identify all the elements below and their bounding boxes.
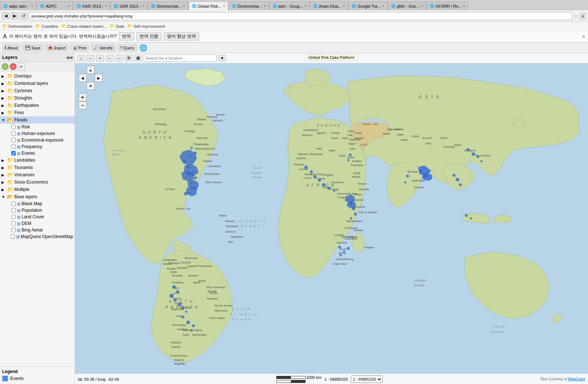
tab-close-2[interactable]: × xyxy=(68,4,70,8)
checkbox-base-dem[interactable] xyxy=(11,221,16,226)
edit-layer-button[interactable]: ✏ xyxy=(18,63,25,70)
layer-multiple[interactable]: ▶ 📁 Multiple xyxy=(0,186,75,193)
expand-multiple-icon[interactable]: ▶ xyxy=(1,188,6,192)
location-search-button[interactable]: ▼ xyxy=(218,55,226,61)
layer-base-bing[interactable]: ▦ Bing Aerial xyxy=(0,227,75,233)
pan-north-button[interactable]: ▲ xyxy=(87,66,95,74)
checkbox-floods-frequency[interactable] xyxy=(11,144,16,149)
tab-close-12[interactable]: × xyxy=(463,4,465,8)
tab-desinventar[interactable]: 🌐 DesInventar... × xyxy=(148,1,189,10)
back-button[interactable]: ◀ xyxy=(2,12,10,19)
save-button[interactable]: 💾 Save xyxy=(23,44,43,51)
bookmark-coastline[interactable]: 📁 Coastline xyxy=(35,24,58,29)
globe-icon[interactable]: 🌐 xyxy=(139,44,147,52)
layer-base-blank[interactable]: ▦ Blank Map xyxy=(0,200,75,207)
layer-floods-human[interactable]: ▦ Human exposure xyxy=(0,130,75,137)
tab-adpc2[interactable]: 🌐 ADPC × xyxy=(37,1,73,10)
tab-gar1[interactable]: 🌐 GAR 2013 - × xyxy=(73,1,110,10)
tab-close-9[interactable]: × xyxy=(343,4,345,8)
layer-base-population[interactable]: ▦ Population xyxy=(0,207,75,214)
expand-earthquakes-icon[interactable]: ▶ xyxy=(1,103,6,108)
next-extent-button[interactable]: → xyxy=(115,55,123,61)
tab-close-3[interactable]: × xyxy=(105,4,107,8)
pan-west-button[interactable]: ◀ xyxy=(79,74,87,82)
bookmark-data[interactable]: 📁 Data xyxy=(110,24,124,29)
bookmark-star-icon[interactable]: ☆ xyxy=(574,13,578,19)
layer-base-layers[interactable]: ▼ 📂 Base layers xyxy=(0,193,75,200)
forward-button[interactable]: ▶ xyxy=(11,12,18,19)
translate-never-button[interactable]: 영어 향상 번역 xyxy=(164,32,199,41)
tab-google-trans[interactable]: 🌐 Google Tra... × xyxy=(348,1,387,10)
expand-base-icon[interactable]: ▼ xyxy=(1,195,6,199)
tab-adrc[interactable]: 🌐 adrc - Goog... × xyxy=(269,1,310,10)
expand-socio-icon[interactable]: ▶ xyxy=(1,180,6,184)
checkbox-floods-human[interactable] xyxy=(11,131,16,136)
expand-droughts-icon[interactable]: ▶ xyxy=(1,96,6,100)
tab-adpc[interactable]: 🌐 adpc adrc × xyxy=(0,1,37,10)
export-button[interactable]: 📤 Export xyxy=(45,44,68,51)
layer-floods[interactable]: ▼ 📂 Floods xyxy=(0,116,75,124)
checkbox-floods-events[interactable] xyxy=(11,151,16,155)
address-bar[interactable] xyxy=(29,12,572,20)
layer-floods-events[interactable]: ▦ Events xyxy=(0,150,75,157)
tab-gfdrr2[interactable]: 🌐 GFDRR | Re... × xyxy=(426,1,468,10)
tab-close-7[interactable]: × xyxy=(264,4,266,8)
layer-fires[interactable]: ▶ 📁 Fires xyxy=(0,109,75,116)
expand-tsunamis-icon[interactable]: ▶ xyxy=(1,166,6,170)
checkbox-base-mapquest[interactable] xyxy=(11,234,15,239)
tab-close-5[interactable]: × xyxy=(183,4,185,8)
tab-gar2[interactable]: 🌐 GAR 2013 - × xyxy=(110,1,148,10)
panel-collapse-button[interactable]: ◀◀ xyxy=(66,55,72,60)
layer-base-landcover[interactable]: ▦ Land Cover xyxy=(0,214,75,220)
zoom-out-control[interactable]: − xyxy=(79,101,87,109)
layer-floods-frequency[interactable]: ▦ Frequency xyxy=(0,143,75,150)
expand-overlays-icon[interactable]: ▶ xyxy=(1,74,6,78)
layer-base-mapquest[interactable]: ▦ MapQuest OpenStreetMap xyxy=(0,233,75,240)
translate-button[interactable]: 번역 xyxy=(119,32,134,41)
world-map-svg[interactable]: N O R T H A M E R I C A S O U T H A M E … xyxy=(75,63,588,373)
pan-south-button[interactable]: ▼ xyxy=(87,82,95,90)
translate-no-button[interactable]: 번역 안함 xyxy=(136,32,162,41)
pan-button[interactable]: ↕ xyxy=(77,55,85,61)
prev-extent-button[interactable]: ← xyxy=(106,55,114,61)
scale-dropdown[interactable]: 1 : 69885320 xyxy=(351,376,383,383)
checkbox-base-bing[interactable] xyxy=(11,228,16,232)
identify-button[interactable]: 🔎 Identify xyxy=(91,44,115,51)
layer-volcanoes[interactable]: ▶ 📁 Volcanoes xyxy=(0,171,75,178)
layer-floods-economical[interactable]: ▦ Economical exposure xyxy=(0,137,75,143)
bookmark-selfimprovement[interactable]: 📁 Self-improvement xyxy=(127,24,165,29)
tab-close-8[interactable]: × xyxy=(304,4,307,8)
about-button[interactable]: ℹ About xyxy=(2,44,20,51)
tab-asian[interactable]: 🌐 Asian Disa... × xyxy=(310,1,349,10)
query-button[interactable]: ? Query xyxy=(118,45,137,51)
layer-tsunamis[interactable]: ▶ 📁 Tsunamis xyxy=(0,164,75,171)
checkbox-base-blank[interactable] xyxy=(11,202,16,206)
menu-button[interactable]: ≡ xyxy=(580,13,586,19)
expand-volcanoes-icon[interactable]: ▶ xyxy=(1,173,6,177)
print-button[interactable]: 🖨 Print xyxy=(71,45,89,51)
remove-layer-button[interactable]: × xyxy=(10,63,17,70)
checkbox-base-population[interactable] xyxy=(11,208,16,212)
location-search-input[interactable] xyxy=(144,54,217,62)
expand-floods-icon[interactable]: ▼ xyxy=(1,118,6,122)
bookmark-class[interactable]: 📁 Class-related materi... xyxy=(61,24,107,29)
layer-cyclones[interactable]: ▶ 📁 Cyclones xyxy=(0,87,75,94)
expand-contextual-icon[interactable]: ▶ xyxy=(1,82,6,86)
tab-close-6[interactable]: × xyxy=(223,4,225,8)
zoom-out-btn[interactable]: − xyxy=(87,55,95,61)
tab-globalrisk[interactable]: 🌐 Global Risk... × xyxy=(189,1,228,10)
grid-button[interactable]: ▦ xyxy=(134,54,142,61)
layer-contextual[interactable]: ▶ 📁 Contextual layers xyxy=(0,80,75,87)
tab-close-adpc[interactable]: × xyxy=(31,4,33,8)
mapquest-link[interactable]: MapQuest xyxy=(568,377,585,381)
checkbox-floods-risk[interactable] xyxy=(11,125,16,129)
layer-earthquakes[interactable]: ▶ 📁 Earthquakes xyxy=(0,102,75,109)
zoom-in-btn[interactable]: + xyxy=(96,55,104,61)
layer-socio[interactable]: ▶ 📁 Socio-Economics xyxy=(0,178,75,186)
pan-east-button[interactable]: ▶ xyxy=(95,74,103,82)
add-layer-button[interactable]: + xyxy=(1,63,9,70)
tab-close-4[interactable]: × xyxy=(142,4,144,8)
translation-close-icon[interactable]: × xyxy=(582,34,585,39)
layer-base-dem[interactable]: ▦ DEM xyxy=(0,220,75,227)
layer-landslides[interactable]: ▶ 📁 Landslides xyxy=(0,157,75,164)
